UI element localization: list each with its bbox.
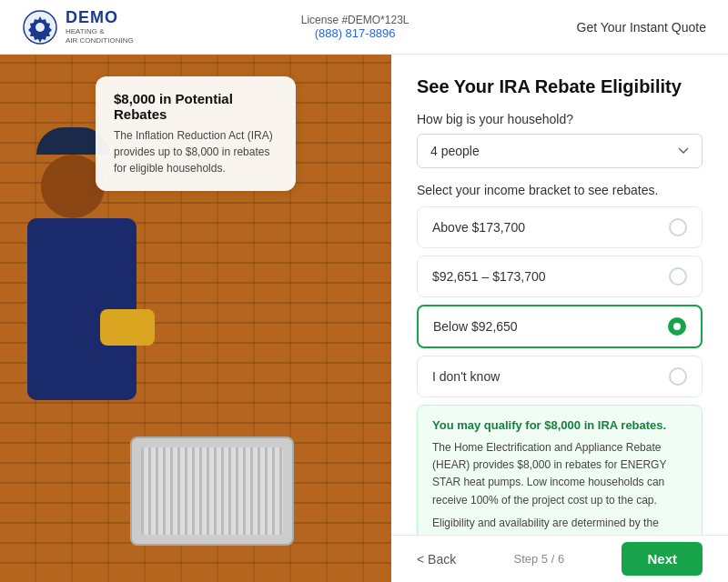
- back-button[interactable]: < Back: [417, 552, 456, 567]
- svg-point-1: [35, 23, 45, 32]
- ac-unit-grill: [141, 447, 283, 535]
- income-option-dontknow[interactable]: I don't know: [417, 356, 703, 397]
- radio-circle-below92: [668, 317, 686, 336]
- logo-sub1: HEATING &: [66, 27, 134, 36]
- step-indicator: Step 5 / 6: [514, 552, 565, 566]
- header: DEMO HEATING & AIR CONDITIONING License …: [0, 0, 728, 55]
- license-text: License #DEMO*123L: [301, 14, 410, 26]
- rebate-card-title: $8,000 in Potential Rebates: [114, 91, 278, 122]
- household-question: How big is your household?: [417, 112, 703, 126]
- income-label-below92: Below $92,650: [433, 319, 518, 334]
- ac-unit: [130, 436, 294, 546]
- income-label-dontknow: I don't know: [432, 369, 500, 384]
- income-option-above173[interactable]: Above $173,700: [417, 206, 703, 248]
- header-center: License #DEMO*123L (888) 817-8896: [301, 14, 410, 40]
- household-dropdown[interactable]: 1 person 2 people 3 people 4 people 5 pe…: [417, 134, 703, 168]
- footer: < Back Step 5 / 6 Next: [391, 535, 728, 582]
- phone-link[interactable]: (888) 817-8896: [301, 26, 410, 40]
- rebate-card-desc: The Inflation Reduction Act (IRA) provid…: [114, 127, 278, 176]
- panel-title: See Your IRA Rebate Eligibility: [417, 76, 703, 97]
- logo-sub2: AIR CONDITIONING: [66, 36, 134, 45]
- radio-circle-92to173: [669, 267, 687, 286]
- person-gloves: [100, 309, 155, 346]
- logo-text: DEMO HEATING & AIR CONDITIONING: [66, 8, 134, 45]
- quote-text: Get Your Instant Quote: [577, 20, 706, 35]
- logo-demo-text: DEMO: [66, 8, 134, 27]
- logo-area: DEMO HEATING & AIR CONDITIONING: [22, 8, 134, 45]
- radio-circle-dontknow: [669, 367, 687, 386]
- left-panel: $8,000 in Potential Rebates The Inflatio…: [0, 55, 391, 582]
- right-panel-inner: See Your IRA Rebate Eligibility How big …: [417, 76, 703, 560]
- income-option-92to173[interactable]: $92,651 – $173,700: [417, 256, 703, 297]
- income-label-92to173: $92,651 – $173,700: [432, 269, 546, 284]
- right-panel: See Your IRA Rebate Eligibility How big …: [391, 55, 728, 582]
- gear-icon: [22, 9, 58, 45]
- rebate-card: $8,000 in Potential Rebates The Inflatio…: [96, 76, 296, 191]
- rebate-info-title: You may qualify for $8,000 in IRA rebate…: [432, 418, 687, 432]
- main-content: $8,000 in Potential Rebates The Inflatio…: [0, 55, 728, 582]
- rebate-info-para1: The Home Electrification and Appliance R…: [432, 439, 687, 509]
- income-option-below92[interactable]: Below $92,650: [417, 305, 703, 348]
- income-label-above173: Above $173,700: [432, 220, 525, 235]
- next-button[interactable]: Next: [622, 542, 703, 576]
- income-question: Select your income bracket to see rebate…: [417, 183, 703, 197]
- radio-circle-above173: [669, 218, 687, 236]
